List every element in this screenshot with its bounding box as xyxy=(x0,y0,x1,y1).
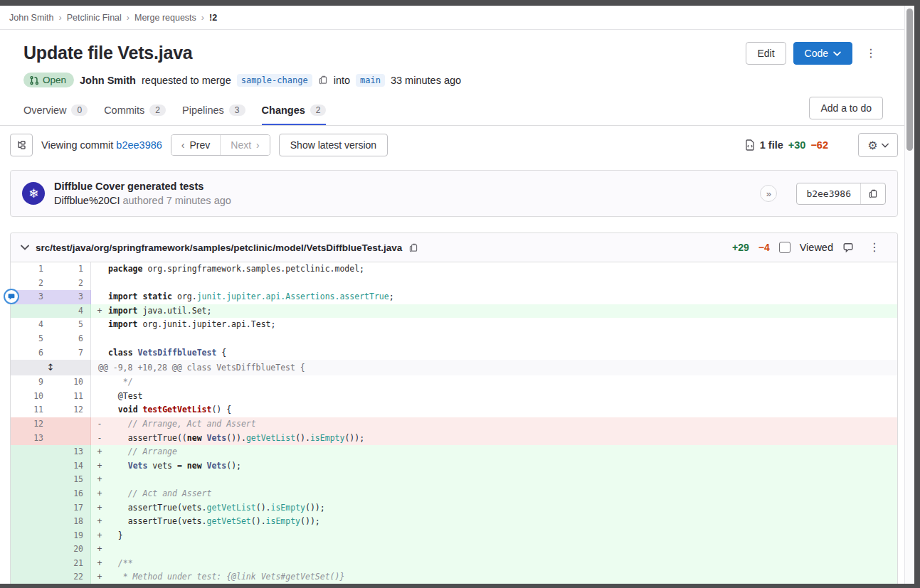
diff-line-row[interactable]: 21+ /** xyxy=(11,557,897,571)
old-line-number[interactable] xyxy=(11,557,51,571)
old-line-number[interactable]: 10 xyxy=(11,390,51,404)
next-commit-button[interactable]: Next › xyxy=(220,135,269,155)
old-line-number[interactable] xyxy=(11,487,51,501)
new-line-number[interactable] xyxy=(51,417,91,432)
old-line-number[interactable]: 13 xyxy=(11,432,51,446)
diff-line-row[interactable]: 12- // Arrange, Act and Assert xyxy=(11,417,897,432)
breadcrumb-item[interactable]: John Smith xyxy=(9,13,54,23)
diff-line-row[interactable]: 910 */ xyxy=(11,375,897,390)
new-line-number[interactable]: 1 xyxy=(51,262,91,277)
tab-changes[interactable]: Changes2 xyxy=(262,96,327,125)
new-line-number[interactable]: 22 xyxy=(51,570,91,584)
new-line-number[interactable]: 20 xyxy=(51,542,91,557)
new-line-number[interactable]: 15 xyxy=(51,473,91,487)
diff-settings-button[interactable]: ⚙ xyxy=(858,133,898,157)
new-line-number[interactable]: 18 xyxy=(51,515,91,529)
diff-line-row[interactable]: 11package org.springframework.samples.pe… xyxy=(11,262,897,277)
breadcrumb-item[interactable]: Merge requests xyxy=(134,13,196,23)
file-collapse-chevron-icon[interactable] xyxy=(21,245,29,250)
copy-file-path-icon[interactable] xyxy=(408,242,418,253)
new-line-number[interactable]: 10 xyxy=(51,375,91,390)
avatar[interactable]: ❄ xyxy=(22,182,45,205)
tab-overview[interactable]: Overview0 xyxy=(23,96,88,125)
new-line-number[interactable]: 7 xyxy=(51,346,91,360)
new-line-number[interactable]: 19 xyxy=(51,529,91,543)
old-line-number[interactable]: 9 xyxy=(11,375,51,390)
new-line-number[interactable]: 11 xyxy=(51,390,91,404)
old-line-number[interactable]: 2 xyxy=(11,277,51,291)
new-line-number[interactable] xyxy=(51,432,91,446)
diff-line-row[interactable]: 56 xyxy=(11,332,897,346)
diff-line-row[interactable]: 22+ * Method under test: {@link Vets#get… xyxy=(11,570,897,584)
new-line-number[interactable]: 13 xyxy=(51,445,91,459)
collapse-commit-button[interactable]: » xyxy=(760,185,777,202)
tab-commits[interactable]: Commits2 xyxy=(104,96,166,125)
diff-line-row[interactable]: 18+ assertTrue(vets.getVetSet().isEmpty(… xyxy=(11,515,897,529)
old-line-number[interactable]: 6 xyxy=(11,346,51,360)
diff-line-row[interactable]: 4+import java.util.Set; xyxy=(11,304,897,319)
prev-commit-button[interactable]: ‹ Prev xyxy=(171,135,220,155)
old-line-number[interactable] xyxy=(11,473,51,487)
old-line-number[interactable] xyxy=(11,304,51,319)
source-branch-link[interactable]: sample-change xyxy=(237,74,312,87)
old-line-number[interactable]: 12 xyxy=(11,417,51,432)
old-line-number[interactable]: 4 xyxy=(11,318,51,332)
breadcrumb-item[interactable]: Petclinic Final xyxy=(67,13,122,23)
file-path[interactable]: src/test/java/org/springframework/sample… xyxy=(36,242,402,253)
old-line-number[interactable] xyxy=(11,542,51,557)
page-scrollbar[interactable] xyxy=(904,6,914,584)
file-kebab-menu-icon[interactable]: ⋮ xyxy=(863,240,886,255)
scrollbar-thumb[interactable] xyxy=(906,9,913,151)
commit-title[interactable]: Diffblue Cover generated tests xyxy=(54,179,751,193)
old-line-number[interactable]: 5 xyxy=(11,332,51,346)
new-line-number[interactable]: 12 xyxy=(51,403,91,417)
new-line-number[interactable]: 3 xyxy=(51,290,91,304)
diff-line-row[interactable]: 1112 void testGetVetList() { xyxy=(11,403,897,417)
expand-lines-button[interactable]: ↕ xyxy=(11,360,91,375)
diff-line-row[interactable]: 67class VetsDiffblueTest { xyxy=(11,346,897,360)
diff-hunk-row[interactable]: ↕@@ -9,8 +10,28 @@ class VetsDiffblueTes… xyxy=(11,360,897,375)
edit-button[interactable]: Edit xyxy=(746,42,786,65)
diff-line-row[interactable]: 16+ // Act and Assert xyxy=(11,487,897,501)
diff-line-row[interactable]: 13- assertTrue((new Vets()).getVetList()… xyxy=(11,432,897,446)
mr-author[interactable]: John Smith xyxy=(80,75,136,86)
diff-line-row[interactable]: 45import org.junit.jupiter.api.Test; xyxy=(11,318,897,332)
new-line-number[interactable]: 14 xyxy=(51,459,91,474)
old-line-number[interactable] xyxy=(11,570,51,584)
old-line-number[interactable] xyxy=(11,515,51,529)
new-line-number[interactable]: 2 xyxy=(51,277,91,291)
old-line-number[interactable] xyxy=(11,529,51,543)
add-todo-button[interactable]: Add a to do xyxy=(809,97,883,119)
new-line-number[interactable]: 5 xyxy=(51,318,91,332)
new-line-number[interactable]: 4 xyxy=(51,304,91,319)
target-branch-link[interactable]: main xyxy=(356,74,385,87)
viewing-commit-sha-link[interactable]: b2ee3986 xyxy=(116,139,162,151)
diff-line-row[interactable]: 17+ assertTrue(vets.getVetList().isEmpty… xyxy=(11,501,897,515)
new-line-number[interactable]: 6 xyxy=(51,332,91,346)
diff-line-row[interactable]: 19+ } xyxy=(11,529,897,543)
viewed-checkbox[interactable] xyxy=(779,242,791,253)
new-line-number[interactable]: 17 xyxy=(51,501,91,515)
mr-kebab-menu-icon[interactable]: ⋮ xyxy=(860,46,882,60)
commit-author[interactable]: Diffblue%20CI xyxy=(54,195,120,206)
diff-line-row[interactable]: 14+ Vets vets = new Vets(); xyxy=(11,459,897,474)
diff-line-row[interactable]: 22 xyxy=(11,277,897,291)
old-line-number[interactable] xyxy=(11,459,51,474)
tab-pipelines[interactable]: Pipelines3 xyxy=(182,96,245,125)
diff-line-row[interactable]: 13+ // Arrange xyxy=(11,445,897,459)
diff-line-row[interactable]: 20+ xyxy=(11,542,897,557)
old-line-number[interactable] xyxy=(11,501,51,515)
code-dropdown-button[interactable]: Code xyxy=(793,42,852,65)
old-line-number[interactable]: 1 xyxy=(11,262,51,277)
diff-line-row[interactable]: 33import static org.junit.jupiter.api.As… xyxy=(11,290,897,304)
file-comment-icon[interactable] xyxy=(842,242,854,253)
old-line-number[interactable] xyxy=(11,445,51,459)
new-line-number[interactable]: 21 xyxy=(51,557,91,571)
copy-commit-sha-button[interactable] xyxy=(860,183,885,204)
diff-line-row[interactable]: 1011 @Test xyxy=(11,390,897,404)
diff-line-row[interactable]: 15+ xyxy=(11,473,897,487)
copy-branch-icon[interactable] xyxy=(318,75,328,85)
new-line-number[interactable]: 16 xyxy=(51,487,91,501)
show-latest-version-button[interactable]: Show latest version xyxy=(279,134,388,156)
old-line-number[interactable]: 11 xyxy=(11,403,51,417)
